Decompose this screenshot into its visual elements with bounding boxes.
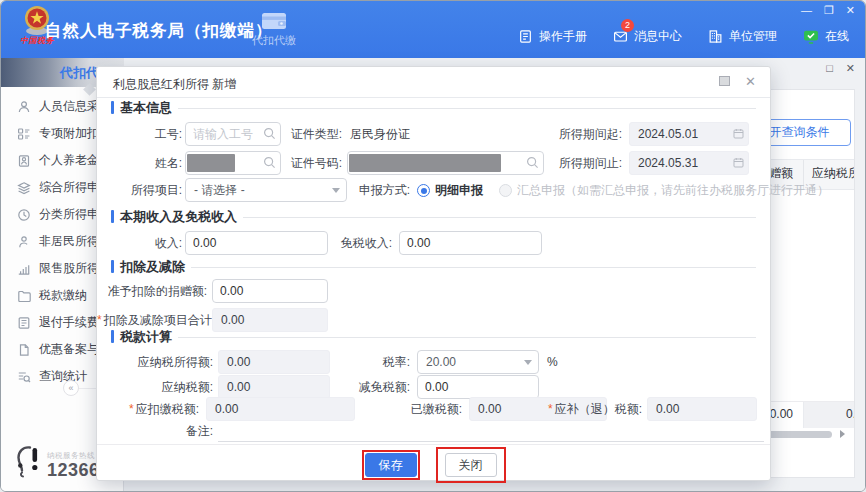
nav-online-status[interactable]: 在线: [803, 28, 849, 45]
footer-cell: 0.00: [804, 402, 854, 428]
withhold-tax-value: 0.00: [206, 397, 355, 421]
cert-type-value: 居民身份证: [350, 122, 410, 146]
donation-field: [212, 279, 328, 303]
section-rule: [178, 337, 756, 338]
form-row: *应扣缴税额: 0.00 已缴税额: 0.00 *应补（退）税额: 0.00: [97, 397, 770, 421]
calendar-icon[interactable]: [733, 157, 744, 168]
building-icon: [708, 29, 723, 44]
file-icon: [17, 343, 31, 357]
period-end-value: 2024.05.31: [629, 151, 749, 175]
folder-icon: [17, 289, 31, 303]
deduction-list-icon: [17, 127, 31, 141]
dialog-close-icon[interactable]: ✕: [745, 76, 756, 88]
nav-label: 在线: [825, 28, 849, 45]
online-monitor-icon: [803, 29, 819, 44]
form-row: 收入: 免税收入:: [97, 231, 770, 255]
period-start-value: 2024.05.01: [629, 122, 749, 146]
redacted-name: [187, 154, 235, 172]
layers-icon: [17, 181, 31, 195]
sidebar-item-label: 税款缴纳: [39, 287, 87, 304]
service-hotline: 纳税服务热线 12366: [13, 443, 100, 479]
close-button[interactable]: ✕: [846, 4, 855, 16]
receipt-icon: [17, 316, 31, 330]
withhold-tax-field: 0.00: [206, 397, 355, 421]
section-deduction: 扣除及减除: [111, 259, 756, 274]
section-tax-calc: 税款计算: [111, 329, 756, 344]
form-row: 准予扣除的捐赠额:: [97, 279, 770, 303]
hotline-number: 12366: [47, 461, 100, 479]
radio-detail-declare[interactable]: [417, 184, 430, 197]
module-label: 代扣代缴: [252, 33, 296, 48]
nav-label: 操作手册: [539, 28, 587, 45]
module-withholding[interactable]: 代扣代缴: [244, 11, 304, 48]
message-count-badge: 2: [621, 19, 634, 32]
dialog-title: 利息股息红利所得 新增: [113, 76, 236, 93]
hotline-caption: 纳税服务热线: [47, 452, 100, 460]
chart-icon: [17, 262, 31, 276]
nav-manual[interactable]: 操作手册: [518, 28, 587, 45]
required-mark: *: [129, 402, 134, 416]
form-row: 所得项目: - 请选择 - 申报方式: 明细申报 汇总申报（如需汇总申报，请先前…: [97, 178, 770, 202]
restore-button[interactable]: ❐: [824, 4, 834, 16]
taxfree-input[interactable]: [399, 231, 542, 255]
tax-relief-input[interactable]: [417, 375, 539, 399]
remark-input[interactable]: [218, 421, 764, 442]
app-header: — ❐ ✕ 中国税务 自然人电子税务局（扣缴端）: [1, 1, 865, 58]
form-row: 应纳税所得额: 0.00 税率: 20.00 %: [97, 350, 770, 374]
balance-tax-field: 0.00: [647, 397, 757, 421]
person-icon: [17, 100, 31, 114]
taxfree-field: [399, 231, 542, 255]
footer-divider: [97, 444, 770, 445]
donation-input[interactable]: [212, 279, 328, 303]
tax-relief-field: [417, 375, 539, 399]
minimize-button[interactable]: —: [801, 4, 812, 16]
radio-summary-label: 汇总申报（如需汇总申报，请先前往办税服务厅进行开通）: [517, 178, 829, 202]
pension-icon: [17, 154, 31, 168]
user-icon: [17, 235, 31, 249]
required-mark: *: [97, 313, 102, 327]
dialog-restore-icon[interactable]: [719, 76, 730, 86]
nav-messages[interactable]: 2 消息中心: [613, 28, 682, 45]
close-annotation-box: 关闭: [436, 447, 506, 483]
scroll-right-arrow[interactable]: [840, 430, 845, 438]
save-annotation-box: 保存: [362, 450, 420, 480]
period-start-field: 2024.05.01: [629, 122, 749, 146]
section-bar: [111, 101, 114, 114]
rate-unit: %: [547, 350, 558, 374]
chevron-down-icon: [524, 360, 532, 365]
clock-icon: [17, 208, 31, 222]
header-nav: 操作手册 2 消息中心: [518, 28, 849, 45]
required-mark: *: [548, 402, 553, 416]
page-close-button[interactable]: ✕: [846, 62, 855, 75]
tax-rate-select[interactable]: 20.00: [417, 350, 539, 374]
dividend-income-add-dialog: 利息股息红利所得 新增 ✕ 基本信息 工号: 证件类型: 居民身份证 所得期间起…: [96, 66, 771, 481]
balance-tax-value: 0.00: [647, 397, 757, 421]
section-current-income: 本期收入及免税收入: [111, 209, 756, 224]
hotline-operator-icon: [13, 443, 43, 479]
manual-icon: [518, 29, 533, 44]
redacted-cert-no: [349, 154, 501, 172]
dialog-footer: 保存 关闭: [97, 448, 770, 482]
section-bar: [111, 330, 114, 343]
calendar-icon[interactable]: [733, 128, 744, 139]
tax-payable-field: 0.00: [218, 375, 330, 399]
collapse-button[interactable]: «: [63, 380, 79, 396]
income-item-select[interactable]: - 请选择 -: [185, 178, 347, 202]
tax-payable-value: 0.00: [218, 375, 330, 399]
app-title: 自然人电子税务局（扣缴端）: [45, 20, 273, 42]
radio-summary-declare[interactable]: [499, 184, 512, 197]
radio-detail-label[interactable]: 明细申报: [435, 178, 483, 202]
section-bar: [111, 210, 114, 223]
page-restore-button[interactable]: □: [826, 62, 833, 75]
nav-org-management[interactable]: 单位管理: [708, 28, 777, 45]
taxable-income-field: 0.00: [218, 350, 330, 374]
nav-label: 消息中心: [634, 28, 682, 45]
section-bar: [111, 260, 114, 273]
section-rule: [243, 217, 756, 218]
save-button[interactable]: 保存: [365, 453, 417, 477]
section-basic-info: 基本信息: [111, 100, 756, 115]
period-end-field: 2024.05.31: [629, 151, 749, 175]
close-button[interactable]: 关闭: [445, 453, 497, 477]
section-rule: [178, 108, 756, 109]
form-row: 应纳税额: 0.00 减免税额:: [97, 375, 770, 399]
